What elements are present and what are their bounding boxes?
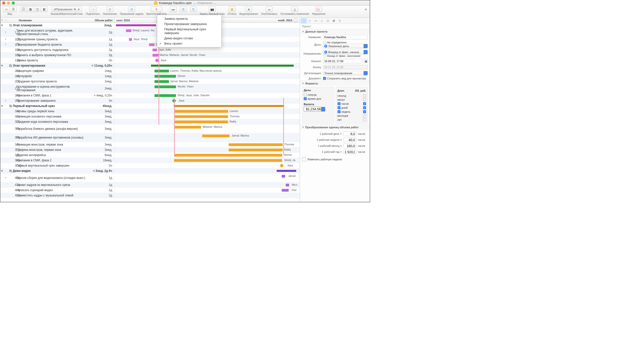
task-volume[interactable]: 3нед. xyxy=(90,127,114,131)
track-button[interactable]: △ xyxy=(291,7,298,12)
zoom-icon[interactable] xyxy=(294,18,298,22)
task-row[interactable]: ▼•1.3)Планирование бюджета проекта2дJaya… xyxy=(0,42,300,47)
gantt-bar[interactable] xyxy=(229,143,283,146)
dir-fwd-radio[interactable]: Вперед от фикс. начала xyxy=(323,50,368,54)
task-name[interactable]: Создание кода основного персонажа xyxy=(16,120,90,124)
simulate-button[interactable]: ◈ xyxy=(245,7,252,12)
inspector-tab-resource[interactable]: ☺ xyxy=(319,19,325,23)
disclosure-triangle[interactable]: ▼ xyxy=(0,24,4,27)
conv-year-input[interactable] xyxy=(343,150,356,154)
task-name[interactable]: Этап проектирования xyxy=(13,64,90,67)
inspector-tab-project[interactable]: ▢ xyxy=(301,19,306,23)
task-name[interactable]: Графика монстров, первая зона xyxy=(16,148,90,152)
gantt-bar[interactable] xyxy=(154,94,176,97)
task-volume[interactable]: 1д xyxy=(90,176,114,180)
task-volume[interactable]: 2нед. xyxy=(90,87,114,90)
milestone-icon[interactable] xyxy=(280,164,284,168)
currency-dropdown[interactable] xyxy=(321,107,325,111)
doc-save-checkbox[interactable]: ✓Сохранить вид для просмотра xyxy=(323,77,366,80)
gantt-cell[interactable]: Dav xyxy=(114,188,300,193)
currency-input[interactable] xyxy=(304,107,321,111)
task-row[interactable]: ▼4.3)Написать сценарий видео2дDav xyxy=(0,188,300,193)
task-name[interactable]: Захват кадров из вертикального среза xyxy=(16,183,90,187)
task-name[interactable]: Анимация монстров, первая зона xyxy=(16,143,90,146)
dur-hr-checkbox[interactable]: ✓часов xyxy=(338,102,349,105)
gantt-cell[interactable]: Jaya xyxy=(114,163,300,168)
toolbar-overflow-button[interactable]: » xyxy=(363,7,368,12)
task-name[interactable]: Анимация основного персонажа xyxy=(16,115,90,118)
task-volume[interactable]: 2д xyxy=(90,31,114,34)
task-row[interactable]: ▼2.5)Компания в СМИ, фаза 1> 4нед. 0,25ч… xyxy=(0,93,300,98)
task-row[interactable]: ▼2.1)Концепция графики2нед.Lauren; Thoma… xyxy=(0,68,300,74)
task-volume[interactable]: 3нед. xyxy=(90,143,114,146)
gantt-bar[interactable] xyxy=(152,49,157,51)
task-row[interactable]: ▼1.6)Заявка проекта0чJaya xyxy=(0,58,300,63)
view-calendar-button[interactable]: ▦ xyxy=(27,7,34,12)
task-name[interactable]: Разработка ИИ движения противников (осно… xyxy=(16,136,90,139)
gantt-bar[interactable] xyxy=(154,80,169,83)
gantt-bar[interactable] xyxy=(149,43,154,46)
minimize-window-button[interactable] xyxy=(7,2,10,5)
view-network-button[interactable]: ◫ xyxy=(34,7,41,12)
split-button[interactable]: ⊟ xyxy=(128,7,135,12)
task-name[interactable]: Версия сборки для видеозахвата (отладка … xyxy=(16,176,90,180)
gantt-bar[interactable] xyxy=(229,149,283,151)
eff-mo-checkbox[interactable] xyxy=(363,114,366,117)
baseline-dropdown[interactable]: ⇄Прерывание: Ф...▾ xyxy=(52,7,82,12)
leveling-button[interactable]: ▬ xyxy=(170,7,177,12)
gantt-bar[interactable] xyxy=(129,38,132,41)
task-row[interactable]: ▼3.9)Компания в СМИ, фаза 218нед.Shinji;… xyxy=(0,158,300,163)
task-name[interactable]: Интерфейс xyxy=(16,74,90,78)
gantt-cell[interactable]: Simon xyxy=(114,74,300,79)
task-row[interactable]: ▼3.5)Разработка ИИ движения противников … xyxy=(0,133,300,142)
gantt-bar[interactable] xyxy=(282,189,289,192)
gantt-cell[interactable]: Rafiq xyxy=(114,147,300,152)
fmt-sec-checkbox[interactable]: секунд xyxy=(304,93,316,96)
gantt-cell[interactable]: Thomas xyxy=(114,142,300,147)
gantt-bar[interactable] xyxy=(174,121,228,123)
dir-back-radio[interactable]: Назад от фикс. окончания xyxy=(323,54,368,57)
section-conversion[interactable]: Преобразование единиц объема работ xyxy=(300,125,370,130)
task-volume[interactable]: 0ч xyxy=(90,99,114,102)
task-volume[interactable]: 6нед. xyxy=(90,153,114,157)
task-name[interactable]: Доделки интерфейса xyxy=(16,153,90,157)
gantt-bar[interactable] xyxy=(116,24,156,26)
task-row[interactable]: ▼2.3)Создание прототипа проекта2нед.Jama… xyxy=(0,79,300,84)
dur-day-checkbox[interactable]: ✓дней xyxy=(338,106,348,109)
violations-button[interactable]: ⃠ xyxy=(315,7,322,12)
conv-month-input[interactable] xyxy=(343,144,356,148)
task-row[interactable]: ▼3.2)Анимация основного персонажа3нед.Th… xyxy=(0,114,300,119)
task-volume[interactable]: > 11нед. 0,25ч xyxy=(90,64,114,67)
gantt-cell[interactable]: Lauren; Thomas; Rafiq; Масляная краска xyxy=(114,68,300,73)
group-button[interactable]: ⊞ xyxy=(180,7,187,12)
gantt-bar[interactable] xyxy=(277,170,296,172)
task-volume[interactable]: 2нед. xyxy=(90,80,114,83)
task-volume[interactable]: 45нед. xyxy=(90,104,114,108)
inspector-tab-columns[interactable]: ▦ xyxy=(331,19,337,23)
gantt-bar[interactable] xyxy=(126,29,131,32)
gantt-bar[interactable] xyxy=(174,110,228,113)
eff-sec-checkbox[interactable] xyxy=(363,94,366,97)
view-resources-button[interactable]: ⿲ xyxy=(20,7,27,12)
task-name[interactable]: Создание прототипа проекта xyxy=(16,80,90,83)
disclosure-triangle[interactable]: ▼ xyxy=(0,104,4,108)
task-name[interactable]: Написать сценарий видео xyxy=(16,188,90,192)
publish-button[interactable]: ☁ xyxy=(266,7,273,12)
gantt-bar[interactable] xyxy=(154,75,176,78)
task-volume[interactable]: 1д xyxy=(90,38,114,41)
task-volume[interactable]: 0ч xyxy=(90,164,114,167)
task-volume[interactable]: 18нед. xyxy=(90,159,114,162)
task-row[interactable]: ▼•2.6)Проектирование завершено0чJaya xyxy=(0,98,300,103)
task-volume[interactable]: 3д xyxy=(90,53,114,57)
task-name[interactable]: Концепция графики xyxy=(16,69,90,73)
task-volume[interactable]: 2нед. xyxy=(90,69,114,73)
gantt-bar[interactable] xyxy=(152,54,158,57)
gantt-cell[interactable]: Thomas xyxy=(114,114,300,119)
task-volume[interactable]: 1д xyxy=(90,183,114,187)
inspector-tab-milestone[interactable]: ◇ xyxy=(307,19,312,23)
col-name[interactable]: Название xyxy=(8,19,90,22)
task-row[interactable]: ▼1.5)Оценить и выбрать промежуточное ПО3… xyxy=(0,53,300,58)
eff-min-checkbox[interactable] xyxy=(363,98,366,101)
task-row[interactable]: ▼3.3)Создание кода основного персонажа3н… xyxy=(0,119,300,125)
task-name[interactable]: Темы для мозгового штурма, аудитория, ху… xyxy=(16,29,90,36)
